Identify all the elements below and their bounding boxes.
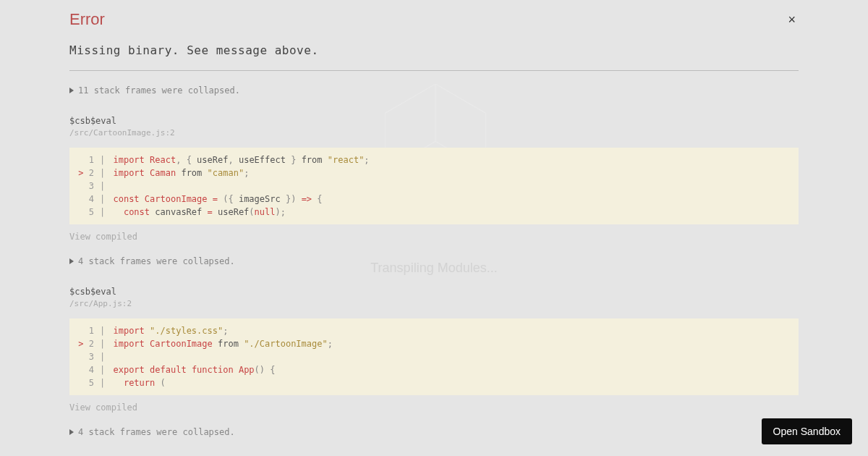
error-message: Missing binary. See message above. xyxy=(69,43,799,57)
stack-frame-path: /src/CartoonImage.js:2 xyxy=(69,128,799,138)
divider xyxy=(69,70,799,71)
view-compiled-link[interactable]: View compiled xyxy=(69,232,799,242)
collapsed-frames-label: 4 stack frames were collapsed. xyxy=(78,427,235,437)
stack-frame-name: $csb$eval xyxy=(69,287,799,297)
chevron-right-icon xyxy=(69,88,74,93)
stack-frame-path: /src/App.js:2 xyxy=(69,299,799,308)
view-compiled-link[interactable]: View compiled xyxy=(69,402,799,413)
collapsed-frames-label: 4 stack frames were collapsed. xyxy=(78,256,235,266)
collapsed-frames-toggle-3[interactable]: 4 stack frames were collapsed. xyxy=(69,427,799,437)
open-sandbox-button[interactable]: Open Sandbox xyxy=(762,418,852,444)
code-snippet-1: 1| import React, { useRef, useEffect } f… xyxy=(69,148,799,224)
collapsed-frames-toggle-1[interactable]: 11 stack frames were collapsed. xyxy=(69,85,799,96)
error-title: Error xyxy=(69,10,105,29)
close-icon[interactable]: × xyxy=(785,10,799,29)
collapsed-frames-label: 11 stack frames were collapsed. xyxy=(78,85,240,96)
code-snippet-2: 1| import "./styles.css"; > 2| import Ca… xyxy=(69,318,799,395)
error-overlay: Error × Missing binary. See message abov… xyxy=(0,0,868,456)
chevron-right-icon xyxy=(69,258,74,264)
chevron-right-icon xyxy=(69,429,74,435)
collapsed-frames-toggle-2[interactable]: 4 stack frames were collapsed. xyxy=(69,256,799,266)
stack-frame-name: $csb$eval xyxy=(69,116,799,126)
